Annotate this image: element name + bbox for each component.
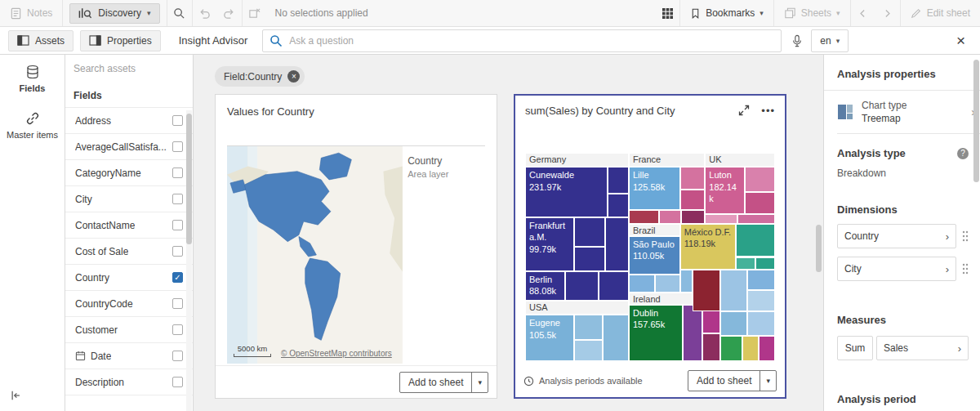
treemap-group-header[interactable]: UK xyxy=(705,153,775,167)
map-visualization[interactable]: Country Area layer 5000 km © OpenStreetM… xyxy=(227,145,485,364)
treemap-group-header[interactable]: Brazil xyxy=(629,224,680,236)
sheets-button[interactable]: Sheets ▾ xyxy=(774,0,850,26)
field-row[interactable]: AverageCallSatisfa... xyxy=(65,134,193,160)
microphone-button[interactable] xyxy=(791,34,803,47)
language-dropdown[interactable]: en ▾ xyxy=(811,29,849,52)
treemap-group-header[interactable]: Ireland xyxy=(629,293,693,305)
treemap-cell[interactable] xyxy=(747,311,775,337)
treemap-cell[interactable] xyxy=(742,336,759,361)
smart-search-button[interactable] xyxy=(167,0,192,26)
treemap-cell[interactable] xyxy=(565,271,599,301)
treemap-cell[interactable] xyxy=(608,167,629,194)
treemap-cell[interactable] xyxy=(680,167,706,190)
treemap-cell[interactable] xyxy=(736,257,755,270)
bookmarks-button[interactable]: Bookmarks ▾ xyxy=(680,0,773,26)
treemap-cell[interactable]: Berlin88.08k xyxy=(525,271,565,301)
treemap-chart-card[interactable]: sum(Sales) by Country and City ••• Germa… xyxy=(514,94,786,399)
more-options-icon[interactable]: ••• xyxy=(761,105,775,116)
chart-type-row[interactable]: Chart type Treemap › xyxy=(837,91,980,134)
treemap-cell[interactable] xyxy=(659,210,682,224)
field-checkbox[interactable] xyxy=(172,141,183,152)
caret-down-icon[interactable]: ▾ xyxy=(471,373,488,392)
search-assets-box[interactable] xyxy=(65,55,193,83)
dimension-item-city[interactable]: City › xyxy=(837,257,956,281)
field-checkbox[interactable] xyxy=(172,194,183,204)
ask-question-searchbox[interactable] xyxy=(262,29,782,52)
treemap-cell[interactable] xyxy=(605,217,629,271)
measure-aggregation-button[interactable]: Sum xyxy=(837,336,873,360)
discovery-menu-button[interactable]: Discovery ▾ xyxy=(69,3,159,24)
drag-handle-icon[interactable] xyxy=(962,263,969,275)
field-checkbox[interactable] xyxy=(172,220,183,230)
map-attribution-link[interactable]: © OpenStreetMap contributors xyxy=(281,349,392,358)
main-scrollbar[interactable] xyxy=(816,225,822,272)
field-checkbox[interactable] xyxy=(172,351,183,361)
edit-sheet-button[interactable]: Edit sheet xyxy=(901,0,980,26)
treemap-cell[interactable] xyxy=(599,271,629,301)
next-sheet-button[interactable] xyxy=(875,0,900,26)
properties-toggle-button[interactable]: Properties xyxy=(80,30,161,51)
treemap-cell[interactable]: Dublin157.65k xyxy=(629,305,683,361)
field-row[interactable]: Customer xyxy=(65,317,193,343)
map-canvas[interactable] xyxy=(227,146,403,364)
treemap-cell[interactable] xyxy=(680,190,706,209)
field-checkbox[interactable]: ✓ xyxy=(172,272,183,283)
treemap-cell[interactable]: Eugene105.5k xyxy=(525,315,574,361)
map-chart-card[interactable]: Values for Country xyxy=(215,94,497,399)
treemap-cell[interactable] xyxy=(574,217,605,247)
treemap-cell[interactable] xyxy=(745,192,775,215)
treemap-group-header[interactable]: France xyxy=(629,153,705,167)
field-checkbox[interactable] xyxy=(172,298,183,309)
field-row[interactable]: ContactName xyxy=(65,212,193,239)
field-row[interactable]: Cost of Sale xyxy=(65,239,193,265)
step-back-button[interactable] xyxy=(193,0,217,26)
treemap-cell[interactable] xyxy=(747,270,775,291)
field-row[interactable]: CategoryName xyxy=(65,160,193,186)
add-to-sheet-button[interactable]: Add to sheet ▾ xyxy=(399,372,488,393)
clear-selections-button[interactable] xyxy=(243,0,267,26)
treemap-cell[interactable] xyxy=(745,167,775,192)
treemap-cell[interactable] xyxy=(755,257,775,270)
treemap-cell[interactable] xyxy=(629,210,659,224)
treemap-cell[interactable] xyxy=(693,270,720,311)
field-row[interactable]: Country✓ xyxy=(65,265,193,291)
dimension-item-country[interactable]: Country › xyxy=(837,224,956,248)
treemap-cell[interactable] xyxy=(681,210,705,224)
treemap-cell[interactable] xyxy=(608,194,629,217)
collapse-panel-icon[interactable] xyxy=(10,390,22,401)
treemap-cell[interactable] xyxy=(720,270,748,311)
treemap-cell[interactable] xyxy=(705,214,737,223)
drag-handle-icon[interactable] xyxy=(962,230,969,242)
measure-item-sales[interactable]: Sales › xyxy=(876,336,969,360)
fields-scrollbar[interactable] xyxy=(186,114,192,244)
treemap-cell[interactable] xyxy=(680,270,693,293)
treemap-group-header[interactable]: Germany xyxy=(525,153,629,167)
expand-icon[interactable] xyxy=(738,105,750,116)
search-assets-input[interactable] xyxy=(74,63,185,74)
remove-filter-icon[interactable]: × xyxy=(287,70,300,83)
notes-button[interactable]: Notes xyxy=(0,0,62,26)
treemap-cell[interactable]: Luton182.14k xyxy=(705,167,745,214)
properties-scrollbar[interactable] xyxy=(973,60,979,182)
field-row[interactable]: CountryCode xyxy=(65,291,193,317)
close-insight-advisor-button[interactable]: × xyxy=(956,33,965,48)
treemap-cell[interactable] xyxy=(702,333,719,361)
treemap-cell[interactable]: México D.F.118.19k xyxy=(680,224,736,270)
treemap-cell[interactable]: Lille125.58k xyxy=(629,167,680,209)
treemap-cell[interactable] xyxy=(683,305,702,361)
field-checkbox[interactable] xyxy=(172,324,183,335)
tab-master-items[interactable]: Master items xyxy=(0,101,65,148)
add-to-sheet-button[interactable]: Add to sheet ▾ xyxy=(688,370,777,391)
caret-down-icon[interactable]: ▾ xyxy=(760,371,776,391)
ask-question-input[interactable] xyxy=(289,35,774,47)
treemap-cell[interactable] xyxy=(747,290,775,311)
treemap-cell[interactable]: Frankfurt a.M.99.79k xyxy=(525,217,574,271)
app-objects-grid-icon[interactable] xyxy=(655,0,679,26)
treemap-visualization[interactable]: GermanyFranceUKBrazilIrelandUSACunewalde… xyxy=(525,153,775,361)
field-checkbox[interactable] xyxy=(172,115,183,126)
treemap-cell[interactable] xyxy=(603,315,629,361)
filter-chip-field-country[interactable]: Field:Country × xyxy=(215,66,305,87)
help-icon[interactable]: ? xyxy=(957,148,969,159)
field-row[interactable]: City xyxy=(65,186,193,212)
treemap-cell[interactable]: São Paulo110.05k xyxy=(629,236,680,275)
